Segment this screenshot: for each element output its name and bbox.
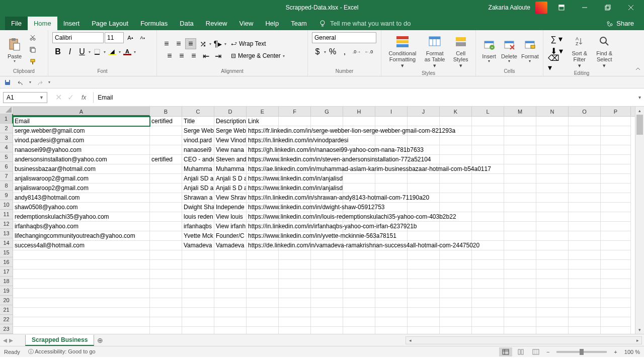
row-header-14[interactable]: 14: [0, 238, 13, 248]
clear-button[interactable]: ⌫ ▾: [547, 57, 566, 68]
cancel-formula-button[interactable]: ✕: [53, 93, 63, 102]
cell-B4[interactable]: [150, 145, 182, 155]
cell-J22[interactable]: [408, 317, 440, 327]
cell-D18[interactable]: [214, 279, 247, 289]
cell-O3[interactable]: [569, 136, 601, 145]
cell-K10[interactable]: [440, 203, 472, 212]
cell-H21[interactable]: [343, 308, 375, 317]
cell-O7[interactable]: [569, 174, 601, 184]
cell-I17[interactable]: [375, 269, 408, 279]
fx-icon[interactable]: fx: [77, 94, 90, 101]
col-header-J[interactable]: J: [408, 107, 440, 116]
cell-E14[interactable]: https://de.linkedin.com/in/vamadeva-rama…: [247, 241, 279, 250]
cell-N19[interactable]: [536, 289, 569, 298]
scroll-left-button[interactable]: ◂: [406, 337, 414, 344]
cell-G17[interactable]: [311, 269, 343, 279]
cell-K1[interactable]: [440, 117, 472, 126]
cell-M6[interactable]: [504, 164, 536, 174]
cell-B16[interactable]: [150, 260, 182, 269]
cut-button[interactable]: [27, 32, 38, 43]
vertical-scrollbar[interactable]: ▴ ▾: [635, 107, 644, 334]
cell-O5[interactable]: [569, 155, 601, 164]
cell-H1[interactable]: [343, 117, 375, 126]
cell-C10[interactable]: Dwight Sha: [182, 203, 214, 212]
cell-H18[interactable]: [343, 279, 375, 289]
cell-H7[interactable]: [343, 174, 375, 184]
cell-D1[interactable]: Description: [214, 117, 247, 126]
cell-P3[interactable]: [601, 136, 631, 145]
cell-K20[interactable]: [440, 298, 472, 308]
cell-I19[interactable]: [375, 289, 408, 298]
cell-F15[interactable]: [279, 250, 311, 260]
cell-A7[interactable]: anjaliswaroop2@gmail.com: [13, 174, 150, 184]
cell-E7[interactable]: https://www.linkedin.com/in/anjalisd: [247, 174, 279, 184]
horizontal-scrollbar[interactable]: ◂ ▸: [406, 336, 642, 344]
cell-J15[interactable]: [408, 250, 440, 260]
zoom-slider[interactable]: [556, 351, 607, 353]
cell-J1[interactable]: [408, 117, 440, 126]
row-header-15[interactable]: 15: [0, 248, 13, 257]
cell-A4[interactable]: nanaosei99@yahoo.com: [13, 145, 150, 155]
cell-J7[interactable]: [408, 174, 440, 184]
cell-L21[interactable]: [472, 308, 504, 317]
cell-B17[interactable]: [150, 269, 182, 279]
cell-A13[interactable]: lifechangingcommunityoutreach@yahoo.com: [13, 231, 150, 241]
cell-D2[interactable]: Serge Web: [214, 126, 247, 136]
scroll-up-button[interactable]: ▴: [635, 107, 644, 115]
cell-P2[interactable]: [601, 126, 631, 136]
cell-K21[interactable]: [440, 308, 472, 317]
text-direction-button[interactable]: ¶▸: [212, 38, 223, 49]
cell-N14[interactable]: [536, 241, 569, 250]
cell-N7[interactable]: [536, 174, 569, 184]
col-header-G[interactable]: G: [311, 107, 343, 116]
name-box[interactable]: A1▼: [3, 92, 47, 103]
cell-E11[interactable]: https://www.linkedin.com/in/louis-redemp…: [247, 212, 279, 222]
sort-filter-button[interactable]: AZSort & Filter ▾: [568, 32, 591, 69]
cell-N10[interactable]: [536, 203, 569, 212]
cell-C20[interactable]: [182, 298, 214, 308]
cell-H17[interactable]: [343, 269, 375, 279]
cell-D13[interactable]: Founder/C: [214, 231, 247, 241]
cell-L19[interactable]: [472, 289, 504, 298]
cell-P15[interactable]: [601, 250, 631, 260]
cell-O12[interactable]: [569, 222, 601, 231]
cell-C12[interactable]: irfanhaqbs: [182, 222, 214, 231]
cell-F1[interactable]: [279, 117, 311, 126]
italic-button[interactable]: I: [64, 46, 75, 57]
cell-C15[interactable]: [182, 250, 214, 260]
insert-cells-button[interactable]: +Insert▾: [480, 35, 498, 65]
cell-E13[interactable]: https://www.linkedin.com/in/yvette-mckin…: [247, 231, 279, 241]
cell-M14[interactable]: [504, 241, 536, 250]
cell-E8[interactable]: https://www.linkedin.com/in/anjalisd: [247, 184, 279, 193]
cell-L17[interactable]: [472, 269, 504, 279]
cell-H16[interactable]: [343, 260, 375, 269]
cell-J19[interactable]: [408, 289, 440, 298]
cell-N2[interactable]: [536, 126, 569, 136]
cell-G18[interactable]: [311, 279, 343, 289]
number-format-input[interactable]: [312, 32, 376, 43]
cell-M20[interactable]: [504, 298, 536, 308]
cell-J16[interactable]: [408, 260, 440, 269]
cell-O23[interactable]: [569, 327, 601, 334]
row-header-8[interactable]: 8: [0, 181, 13, 191]
cell-P12[interactable]: [601, 222, 631, 231]
cell-D16[interactable]: [214, 260, 247, 269]
cell-P22[interactable]: [601, 317, 631, 327]
maximize-button[interactable]: [599, 0, 617, 15]
cell-D8[interactable]: Anjali S D a: [214, 184, 247, 193]
cell-B6[interactable]: [150, 164, 182, 174]
tab-view[interactable]: View: [233, 17, 259, 30]
row-header-7[interactable]: 7: [0, 171, 13, 181]
col-header-D[interactable]: D: [214, 107, 247, 116]
cell-B11[interactable]: [150, 212, 182, 222]
row-header-16[interactable]: 16: [0, 257, 13, 267]
col-header-B[interactable]: B: [150, 107, 182, 116]
cell-L20[interactable]: [472, 298, 504, 308]
cell-C11[interactable]: louis reden: [182, 212, 214, 222]
cell-F22[interactable]: [279, 317, 311, 327]
cell-L22[interactable]: [472, 317, 504, 327]
cell-I22[interactable]: [375, 317, 408, 327]
cell-N13[interactable]: [536, 231, 569, 241]
cell-H20[interactable]: [343, 298, 375, 308]
row-header-22[interactable]: 22: [0, 315, 13, 324]
